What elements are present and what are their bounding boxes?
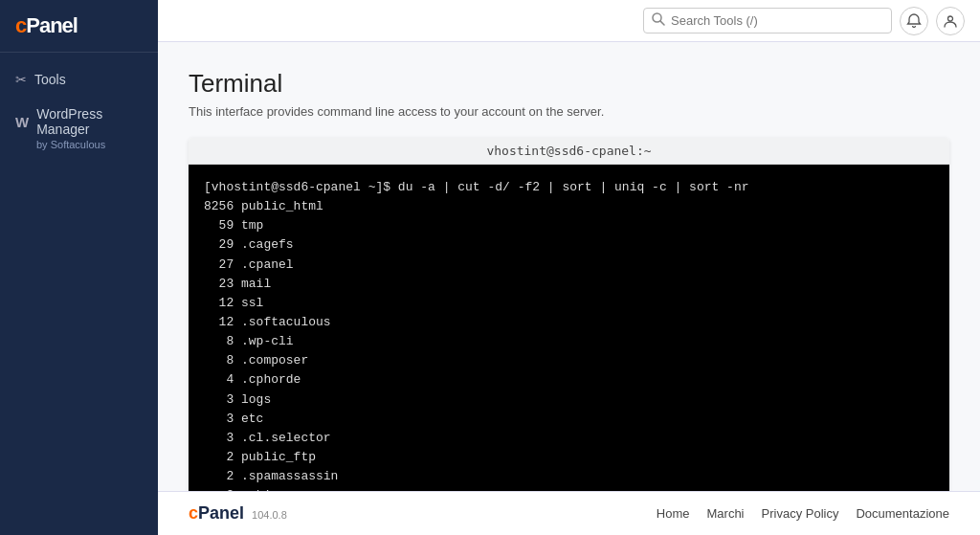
sidebar-nav: ✂ Tools W WordPress Manager by Softaculo…	[0, 53, 158, 169]
topbar	[158, 0, 980, 42]
terminal-body[interactable]: [vhostint@ssd6-cpanel ~]$ du -a | cut -d…	[189, 165, 949, 491]
user-menu-button[interactable]	[936, 7, 965, 35]
page-subtitle: This interface provides command line acc…	[189, 104, 949, 119]
footer-link-home[interactable]: Home	[657, 506, 690, 521]
footer-links: Home Marchi Privacy Policy Documentazion…	[657, 506, 949, 521]
svg-line-1	[660, 21, 664, 25]
sidebar-logo: cPanel	[0, 0, 158, 53]
search-input[interactable]	[671, 13, 883, 28]
wordpress-icon: W	[15, 114, 29, 130]
search-icon	[652, 12, 665, 29]
footer-link-docs[interactable]: Documentazione	[856, 506, 949, 521]
sidebar-item-wordpress-sublabel: by Softaculous	[15, 139, 105, 150]
sidebar-item-wordpress-label: WordPress Manager	[36, 106, 143, 137]
notifications-button[interactable]	[900, 7, 928, 35]
terminal-wrapper: vhostint@ssd6-cpanel:~ [vhostint@ssd6-cp…	[189, 138, 949, 491]
page-title: Terminal	[189, 69, 949, 99]
footer-version: 104.0.8	[252, 509, 287, 521]
footer: cPanel 104.0.8 Home Marchi Privacy Polic…	[158, 491, 980, 535]
sidebar-item-wordpress[interactable]: W WordPress Manager by Softaculous	[0, 97, 158, 160]
terminal-titlebar: vhostint@ssd6-cpanel:~	[189, 138, 949, 165]
footer-logo: cPanel	[189, 503, 244, 524]
svg-point-2	[948, 16, 953, 21]
content-area: Terminal This interface provides command…	[158, 42, 980, 491]
footer-link-marchi[interactable]: Marchi	[707, 506, 745, 521]
sidebar-item-tools-label: Tools	[34, 72, 66, 87]
search-box[interactable]	[643, 8, 892, 33]
main-area: Terminal This interface provides command…	[158, 0, 980, 535]
sidebar-item-tools[interactable]: ✂ Tools	[0, 62, 158, 97]
footer-link-privacy[interactable]: Privacy Policy	[762, 506, 839, 521]
sidebar: cPanel ✂ Tools W WordPress Manager by So…	[0, 0, 158, 535]
tools-icon: ✂	[15, 72, 27, 87]
